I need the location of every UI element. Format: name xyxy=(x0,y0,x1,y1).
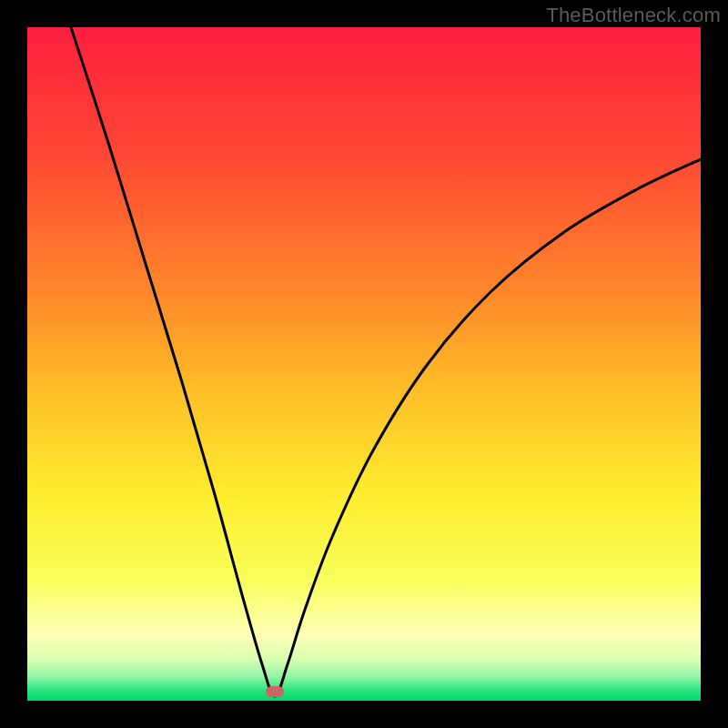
plot-area xyxy=(27,27,701,701)
attribution-text: TheBottleneck.com xyxy=(546,4,721,27)
bottleneck-curve xyxy=(27,27,701,701)
optimum-marker xyxy=(266,686,284,697)
